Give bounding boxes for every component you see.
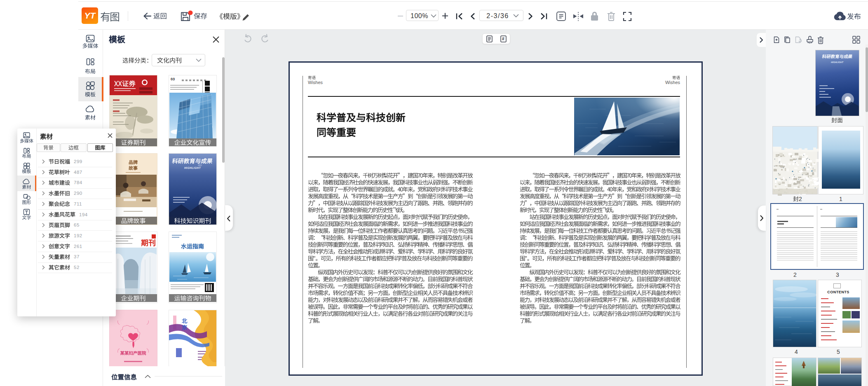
svg-text:#: # xyxy=(502,37,504,41)
